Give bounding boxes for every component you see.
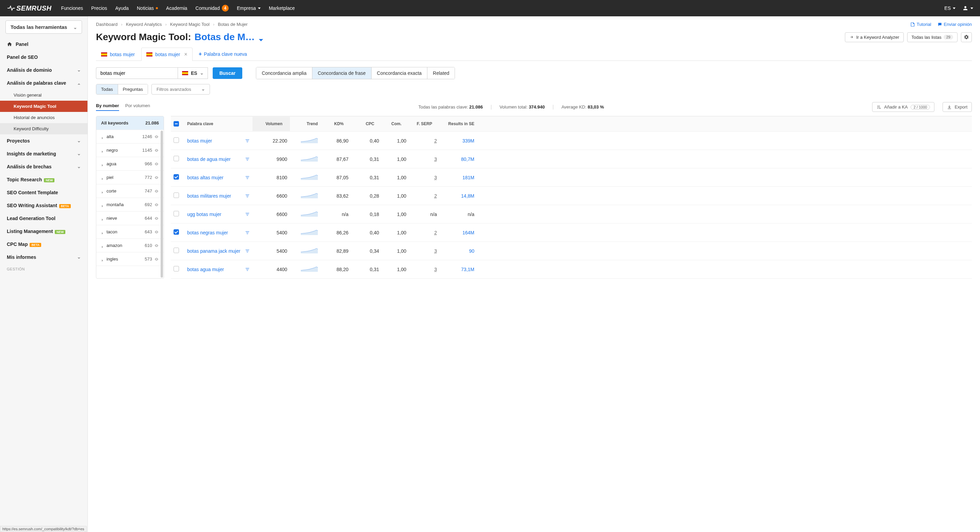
eye-icon[interactable] xyxy=(154,162,159,166)
filter-icon[interactable] xyxy=(245,267,250,272)
row-checkbox[interactable] xyxy=(173,174,179,179)
results-link[interactable]: 90 xyxy=(469,248,474,254)
keyword-link[interactable]: botas de agua mujer xyxy=(187,156,250,162)
go-to-analyzer-button[interactable]: Ir a Keyword Analyzer xyxy=(845,32,904,42)
export-button[interactable]: Export xyxy=(943,102,972,112)
sidebar-item-0[interactable]: Panel de SEO xyxy=(0,51,88,64)
lang-select[interactable]: ES xyxy=(178,67,208,79)
col-com[interactable]: Com. xyxy=(382,117,409,131)
nav-funciones[interactable]: Funciones xyxy=(61,5,83,11)
kw-tab-0[interactable]: botas mujer xyxy=(96,48,140,60)
sidebar-item-5[interactable]: Análisis de brechas xyxy=(0,160,88,173)
feedback-link[interactable]: Enviar opinión xyxy=(937,22,972,27)
group-row-1[interactable]: negro1145 xyxy=(96,143,164,157)
group-row-8[interactable]: amazon610 xyxy=(96,239,164,253)
match-broad[interactable]: Concordancia amplia xyxy=(256,67,312,79)
results-link[interactable]: 339M xyxy=(463,138,474,143)
select-all-checkbox[interactable] xyxy=(173,121,179,127)
results-link[interactable]: 80,7M xyxy=(461,156,474,162)
tools-dropdown[interactable]: Todas las herramientas xyxy=(5,21,82,34)
group-row-0[interactable]: alta1246 xyxy=(96,130,164,143)
user-menu[interactable] xyxy=(962,5,973,11)
tutorial-link[interactable]: Tutorial xyxy=(910,22,931,27)
group-row-4[interactable]: corte747 xyxy=(96,184,164,198)
col-kd[interactable]: KD% xyxy=(321,117,351,131)
advanced-filters[interactable]: Filtros avanzados xyxy=(151,84,210,95)
close-icon[interactable]: × xyxy=(184,51,187,57)
nav-comunidad[interactable]: Comunidad4 xyxy=(195,5,229,11)
col-results[interactable]: Results in SE xyxy=(440,117,477,131)
search-button[interactable]: Buscar xyxy=(213,67,242,79)
filter-icon[interactable] xyxy=(245,138,250,143)
settings-button[interactable] xyxy=(961,32,972,42)
sidebar-sub-2-3[interactable]: Keyword Difficulty xyxy=(0,123,88,134)
sidebar-panel[interactable]: Panel xyxy=(0,38,88,51)
sidebar-item-10[interactable]: Listing ManagementNEW xyxy=(0,225,88,238)
group-row-3[interactable]: piel772 xyxy=(96,171,164,184)
filter-icon[interactable] xyxy=(245,230,250,235)
eye-icon[interactable] xyxy=(154,216,159,221)
sidebar-item-1[interactable]: Análisis de dominio xyxy=(0,64,88,76)
filter-all[interactable]: Todas xyxy=(96,84,118,94)
serp-count[interactable]: 2 xyxy=(434,193,437,199)
eye-icon[interactable] xyxy=(154,175,159,180)
match-phrase[interactable]: Concordancia de frase xyxy=(312,67,372,79)
results-link[interactable]: 73,1M xyxy=(461,267,474,272)
nav-marketplace[interactable]: Marketplace xyxy=(269,5,295,11)
crumb-keyword-magic-tool[interactable]: Keyword Magic Tool xyxy=(170,22,210,27)
nav-academia[interactable]: Academia xyxy=(166,5,187,11)
keyword-link[interactable]: botas militares mujer xyxy=(187,193,250,199)
keyword-link[interactable]: ugg botas mujer xyxy=(187,211,250,217)
crumb-keyword-analytics[interactable]: Keyword Analytics xyxy=(126,22,162,27)
keyword-link[interactable]: botas altas mujer xyxy=(187,175,250,180)
new-keyword-tab[interactable]: + Palabra clave nueva xyxy=(194,48,252,60)
filter-icon[interactable] xyxy=(245,194,250,198)
crumb-dashboard[interactable]: Dashboard xyxy=(96,22,118,27)
add-to-ka-button[interactable]: Añadir a KA 2 / 1000 xyxy=(872,102,934,112)
nav-noticias[interactable]: Noticias xyxy=(137,5,158,11)
group-row-7[interactable]: tacon643 xyxy=(96,225,164,239)
keyword-link[interactable]: botas mujer xyxy=(187,138,250,143)
serp-count[interactable]: 3 xyxy=(434,175,437,180)
sidebar-sub-2-2[interactable]: Historial de anuncios xyxy=(0,112,88,123)
eye-icon[interactable] xyxy=(154,202,159,207)
keyword-link[interactable]: botas panama jack mujer xyxy=(187,248,250,254)
row-checkbox[interactable] xyxy=(173,192,179,198)
sidebar-item-9[interactable]: Lead Generation Tool xyxy=(0,212,88,225)
filter-icon[interactable] xyxy=(245,157,250,162)
serp-count[interactable]: 2 xyxy=(434,230,437,235)
serp-count[interactable]: 3 xyxy=(434,267,437,272)
eye-icon[interactable] xyxy=(154,230,159,234)
col-serp[interactable]: F. SERP xyxy=(409,117,440,131)
group-row-9[interactable]: ingles573 xyxy=(96,253,164,266)
keyword-link[interactable]: botas agua mujer xyxy=(187,267,250,272)
sort-by-number[interactable]: By number xyxy=(96,103,119,111)
nav-empresa[interactable]: Empresa xyxy=(237,5,261,11)
filter-icon[interactable] xyxy=(245,249,250,253)
filter-icon[interactable] xyxy=(245,212,250,217)
row-checkbox[interactable] xyxy=(173,137,179,143)
row-checkbox[interactable] xyxy=(173,156,179,161)
sidebar-sub-2-0[interactable]: Visión general xyxy=(0,89,88,101)
row-checkbox[interactable] xyxy=(173,211,179,216)
sidebar-item-6[interactable]: Topic ResearchNEW xyxy=(0,173,88,186)
serp-count[interactable]: 3 xyxy=(434,156,437,162)
group-row-6[interactable]: nieve644 xyxy=(96,211,164,225)
nav-ayuda[interactable]: Ayuda xyxy=(115,5,129,11)
eye-icon[interactable] xyxy=(154,257,159,262)
lang-selector[interactable]: ES xyxy=(944,5,956,11)
sidebar-item-12[interactable]: Mis informes xyxy=(0,251,88,264)
keyword-search-input[interactable] xyxy=(96,67,178,79)
col-volume[interactable]: Volumen xyxy=(253,117,290,131)
col-cpc[interactable]: CPC xyxy=(351,117,382,131)
chevron-down-icon[interactable] xyxy=(258,34,264,40)
sidebar-item-4[interactable]: Insights de marketing xyxy=(0,147,88,160)
group-row-2[interactable]: agua966 xyxy=(96,157,164,171)
row-checkbox[interactable] xyxy=(173,248,179,253)
eye-icon[interactable] xyxy=(154,189,159,194)
all-lists-button[interactable]: Todas las listas 29 xyxy=(907,32,958,42)
results-link[interactable]: 164M xyxy=(463,230,474,235)
row-checkbox[interactable] xyxy=(173,266,179,272)
filter-questions[interactable]: Preguntas xyxy=(118,84,148,94)
group-row-5[interactable]: montaña692 xyxy=(96,198,164,211)
